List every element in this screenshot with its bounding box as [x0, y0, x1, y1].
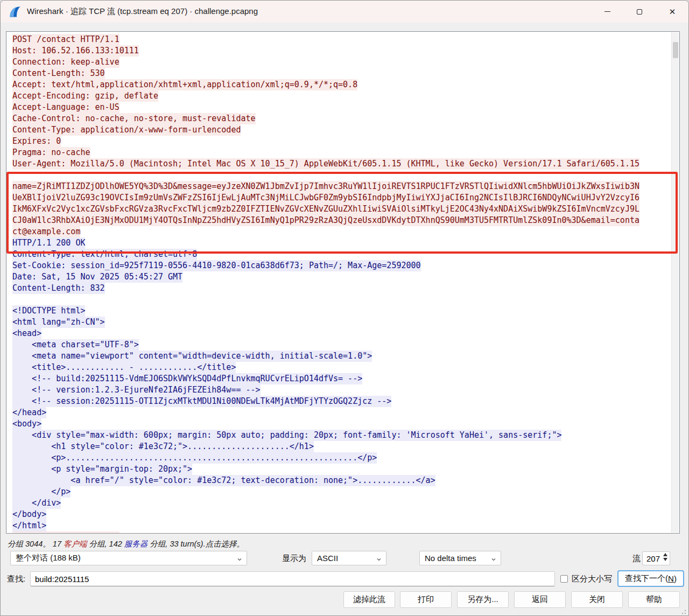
delta-times-select[interactable]: No delta times: [419, 551, 501, 565]
stream-line: Date: Sat, 15 Nov 2025 05:45:27 GMT: [12, 271, 671, 283]
stream-line: <a href="/" style="color: #1e3c72; text-…: [12, 475, 671, 486]
stream-line: name=ZjRiMTI1ZDZjODlhOWE5YQ%3D%3D&messag…: [12, 181, 671, 192]
stream-line: <p>.....................................…: [12, 452, 671, 464]
save-as-button[interactable]: 另存为...: [457, 591, 509, 608]
stream-line: <body>: [12, 418, 671, 430]
stream-line: UeXBlIjoiV2luZG93c19OVCIsIm9zUmVsZWFzZSI…: [12, 192, 671, 204]
filter-out-stream-button[interactable]: 滤掉此流: [343, 591, 395, 608]
stream-number-value: 207: [646, 554, 660, 563]
stream-line: <!-- build:20251115-VdmEJO6SDkVWYkSQD4dP…: [12, 373, 671, 384]
summary-prefix: 分组 3044。 17: [8, 540, 64, 548]
stream-line: </head>: [12, 407, 671, 418]
summary-mid: 分组, 142: [87, 540, 124, 548]
summary-suffix: 分组, 33 turn(s).点击选择。: [147, 540, 244, 548]
stream-line: HTTP/1.1 200 OK: [12, 237, 671, 249]
stream-line: <html lang="zh-CN">: [12, 317, 671, 328]
stream-line: Accept-Language: en-US: [12, 102, 671, 113]
stream-line: <!DOCTYPE html>: [12, 305, 671, 317]
conversation-select[interactable]: 整个对话 (188 kB): [10, 551, 247, 565]
find-next-button[interactable]: 查找下一个(N): [617, 570, 684, 587]
stream-line: <title>............ - ............</titl…: [12, 362, 671, 373]
stream-line: Content-Length: 530: [12, 68, 671, 79]
follow-tcp-stream-dialog: Wireshark · 追踪 TCP 流 (tcp.stream eq 207)…: [0, 0, 689, 616]
minimize-button[interactable]: [595, 1, 620, 23]
close-icon: ✕: [669, 8, 676, 16]
stream-number-spinner[interactable]: 207: [642, 551, 670, 565]
back-button[interactable]: 返回: [514, 591, 566, 608]
stream-line: <div style="max-width: 600px; margin: 50…: [12, 430, 671, 441]
stream-line: [12, 294, 671, 305]
wireshark-logo-icon: [9, 5, 22, 18]
find-next-label-close: ): [674, 574, 677, 583]
stream-line: ct@example.com: [12, 226, 671, 237]
stream-line: Cache-Control: no-cache, no-store, must-…: [12, 113, 671, 124]
stream-text-pane[interactable]: POST /contact HTTP/1.1Host: 106.52.166.1…: [6, 31, 680, 534]
find-next-label: 查找下一个(: [625, 573, 668, 584]
stream-line: User-Agent: Mozilla/5.0 (Macintosh; Inte…: [12, 158, 671, 170]
spinner-up-icon[interactable]: [663, 553, 667, 556]
find-input[interactable]: [30, 571, 555, 586]
stream-line: Accept-Encoding: gzip, deflate: [12, 90, 671, 102]
stream-line: POST /contact HTTP/1.1: [12, 531, 671, 534]
case-sensitive-checkbox[interactable]: [560, 575, 568, 583]
stream-number-label: 流: [632, 551, 641, 565]
stream-line: POST /contact HTTP/1.1: [12, 34, 671, 45]
stream-summary: 分组 3044。 17 客户端 分组, 142 服务器 分组, 33 turn(…: [8, 539, 244, 549]
conversation-select-value: 整个对话 (188 kB): [16, 553, 81, 563]
chevron-down-icon: [237, 557, 242, 562]
print-button[interactable]: 打印: [400, 591, 452, 608]
scrollbar-thumb[interactable]: [673, 42, 678, 58]
summary-client-link[interactable]: 客户端: [64, 540, 87, 548]
stream-line: <!-- session:20251115-OTI1ZjcxMTktMDU1Ni…: [12, 396, 671, 407]
show-as-select-value: ASCII: [317, 554, 338, 563]
stream-line: Content-Type: text/html; charset=utf-8: [12, 249, 671, 260]
stream-line: </div>: [12, 498, 671, 509]
minimize-icon: [604, 11, 610, 12]
maximize-button[interactable]: [627, 1, 652, 23]
maximize-icon: [637, 9, 642, 15]
spinner-down-icon[interactable]: [663, 558, 667, 561]
stream-line: [12, 170, 671, 181]
help-button[interactable]: 帮助: [628, 591, 680, 608]
stream-line: <p style="margin-top: 20px;">: [12, 464, 671, 475]
show-as-label: 显示为: [282, 551, 306, 565]
stream-line: IkM6XFxVc2Vyc1xcZGVsbFxcRGVza3RvcFxcTWlj…: [12, 204, 671, 215]
delta-times-select-value: No delta times: [425, 554, 476, 563]
stream-line: Content-Length: 832: [12, 283, 671, 294]
stream-line: <head>: [12, 328, 671, 339]
stream-line: CJ0aW1lc3RhbXAiOjE3NjMxODU1MjY4OTQsInNpZ…: [12, 215, 671, 226]
stream-line: </html>: [12, 520, 671, 531]
stream-line: Pragma: no-cache: [12, 147, 671, 158]
titlebar: Wireshark · 追踪 TCP 流 (tcp.stream eq 207)…: [1, 1, 688, 23]
close-dialog-button[interactable]: 关闭: [571, 591, 623, 608]
stream-line: <meta charset="UTF-8">: [12, 339, 671, 351]
vertical-scrollbar[interactable]: [671, 32, 679, 533]
stream-line: Connection: keep-alive: [12, 57, 671, 68]
find-label: 查找:: [7, 571, 25, 586]
find-next-mnemonic: N: [668, 574, 674, 583]
resize-grip[interactable]: [679, 607, 686, 614]
close-button[interactable]: ✕: [660, 1, 685, 23]
stream-line: </p>: [12, 486, 671, 498]
stream-line: </body>: [12, 509, 671, 520]
window-title: Wireshark · 追踪 TCP 流 (tcp.stream eq 207)…: [27, 6, 258, 17]
show-as-select[interactable]: ASCII: [312, 551, 386, 565]
stream-line: <meta name="viewport" content="width=dev…: [12, 351, 671, 362]
chevron-down-icon: [491, 557, 496, 562]
stream-line: Set-Cookie: session_id=925f7119-0556-441…: [12, 260, 671, 271]
stream-line: Content-Type: application/x-www-form-url…: [12, 124, 671, 136]
case-sensitive-label: 区分大小写: [572, 571, 612, 586]
chevron-down-icon: [377, 557, 381, 562]
stream-line: Host: 106.52.166.133:10111: [12, 45, 671, 57]
stream-line: <h1 style="color: #1e3c72;">............…: [12, 441, 671, 452]
summary-server-link[interactable]: 服务器: [124, 540, 148, 548]
stream-line: Expires: 0: [12, 136, 671, 147]
stream-line: Accept: text/html,application/xhtml+xml,…: [12, 79, 671, 90]
stream-line: <!-- version:1.2.3-EjureNfe2IA6jFEZEih84…: [12, 384, 671, 396]
